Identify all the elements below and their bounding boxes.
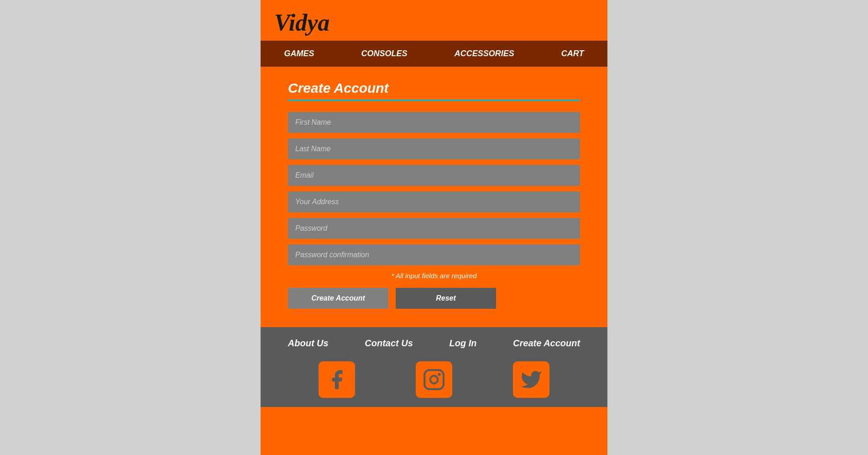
instagram-icon	[423, 368, 445, 391]
form-title: Create Account	[288, 80, 580, 96]
nav-item-cart[interactable]: CART	[548, 41, 598, 67]
nav-item-accessories[interactable]: ACCESSORIES	[441, 41, 528, 67]
footer-link-create-account[interactable]: Create Account	[513, 338, 580, 349]
footer: About Us Contact Us Log In Create Accoun…	[261, 327, 607, 407]
footer-links: About Us Contact Us Log In Create Accoun…	[270, 338, 598, 349]
main-content: Create Account * All input fields are re…	[261, 67, 607, 327]
required-note: * All input fields are required	[288, 272, 580, 280]
nav-item-consoles[interactable]: CONSOLES	[348, 41, 421, 67]
footer-link-contact-us[interactable]: Contact Us	[365, 338, 413, 349]
password-confirmation-input[interactable]	[288, 244, 580, 265]
footer-link-log-in[interactable]: Log In	[449, 338, 476, 349]
create-account-button[interactable]: Create Account	[288, 288, 388, 309]
svg-point-1	[430, 376, 438, 384]
password-input[interactable]	[288, 218, 580, 239]
svg-rect-0	[424, 370, 444, 389]
form-divider	[288, 100, 580, 101]
last-name-input[interactable]	[288, 138, 580, 159]
reset-button[interactable]: Reset	[396, 288, 496, 309]
first-name-input[interactable]	[288, 112, 580, 133]
address-group	[288, 191, 580, 212]
first-name-group	[288, 112, 580, 133]
email-group	[288, 165, 580, 186]
instagram-icon-button[interactable]	[416, 361, 452, 398]
password-group	[288, 218, 580, 239]
svg-point-2	[438, 373, 440, 376]
last-name-group	[288, 138, 580, 159]
twitter-icon	[520, 368, 543, 391]
email-input[interactable]	[288, 165, 580, 186]
twitter-icon-button[interactable]	[513, 361, 549, 398]
password-confirmation-group	[288, 244, 580, 265]
footer-link-about-us[interactable]: About Us	[288, 338, 329, 349]
create-account-form: * All input fields are required Create A…	[288, 112, 580, 309]
footer-icons	[270, 361, 598, 398]
header: Vidya	[261, 0, 607, 41]
form-buttons: Create Account Reset	[288, 288, 580, 309]
facebook-icon	[325, 368, 348, 391]
page-wrapper: Vidya GAMES CONSOLES ACCESSORIES CART Cr…	[261, 0, 607, 455]
nav-item-games[interactable]: GAMES	[271, 41, 328, 67]
address-input[interactable]	[288, 191, 580, 212]
navigation: GAMES CONSOLES ACCESSORIES CART	[261, 41, 607, 67]
site-title: Vidya	[274, 9, 594, 36]
facebook-icon-button[interactable]	[319, 361, 355, 398]
